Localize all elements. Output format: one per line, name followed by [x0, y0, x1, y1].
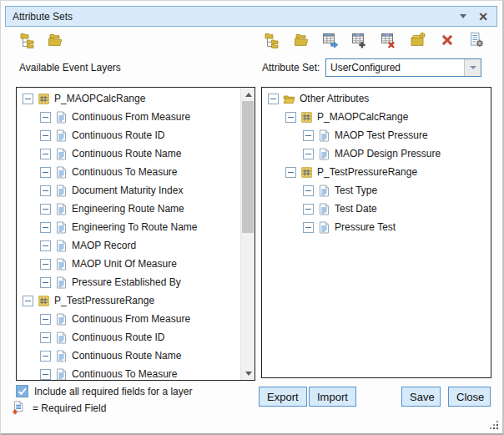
tree-item-label: Test Type — [335, 185, 377, 196]
collapse-toggle[interactable] — [285, 112, 296, 123]
save-button[interactable]: Save — [401, 387, 441, 407]
chevron-down-icon[interactable] — [460, 14, 466, 18]
collapse-toggle[interactable] — [40, 240, 51, 251]
table-add-icon[interactable] — [351, 32, 368, 48]
event-layer-icon — [300, 165, 313, 180]
scroll-up-icon[interactable] — [241, 88, 255, 101]
import-button[interactable]: Import — [309, 387, 356, 407]
collapse-toggle[interactable] — [40, 314, 51, 325]
collapse-toggle[interactable] — [40, 259, 51, 270]
tree-item[interactable]: Engineering To Route Name — [17, 218, 240, 236]
window-title: Attribute Sets — [6, 11, 460, 23]
field-icon — [55, 184, 68, 198]
tree-item[interactable]: Continuous Route Name — [17, 346, 240, 365]
scroll-down-icon[interactable] — [241, 367, 255, 380]
tree-item[interactable]: Continuous From Measure — [17, 108, 240, 126]
scrollbar-thumb[interactable] — [242, 101, 254, 233]
tree-item[interactable]: MAOP Test Pressure — [262, 126, 491, 144]
attribute-set-dropdown[interactable]: UserConfigured — [325, 58, 481, 77]
tree-item[interactable]: Pressure Established By — [17, 273, 240, 291]
attribute-set-value: UserConfigured — [326, 59, 464, 76]
collapse-toggle[interactable] — [268, 94, 279, 104]
field-icon — [55, 202, 68, 216]
tree-item[interactable]: P_MAOPCalcRange — [17, 89, 240, 108]
new-folder-icon[interactable] — [410, 32, 426, 48]
export-button[interactable]: Export — [259, 387, 307, 407]
close-icon[interactable]: ✕ — [478, 11, 488, 23]
collapse-toggle[interactable] — [40, 351, 51, 362]
collapse-toggle[interactable] — [23, 296, 33, 306]
include-required-fields-checkbox[interactable]: Include all required fields for a layer — [16, 385, 192, 397]
collapse-toggle[interactable] — [303, 130, 314, 141]
title-bar: Attribute Sets ✕ — [5, 6, 497, 27]
tree-item[interactable]: Other Attributes — [262, 89, 491, 108]
folder-tree-icon[interactable] — [19, 32, 36, 48]
collapse-toggle[interactable] — [40, 277, 51, 288]
tree-item-label: Other Attributes — [300, 93, 369, 104]
tree-item-label: Document Maturity Index — [72, 185, 183, 196]
tree-item-label: Continuous Route Name — [72, 148, 181, 159]
tree-item[interactable]: Test Type — [262, 181, 491, 200]
tree-item[interactable]: P_MAOPCalcRange — [262, 108, 491, 126]
collapse-toggle[interactable] — [303, 149, 314, 159]
tree-item[interactable]: MAOP Record — [17, 236, 240, 255]
tree-item-label: Continuous Route Name — [72, 350, 181, 362]
collapse-toggle[interactable] — [40, 112, 51, 123]
tree-item[interactable]: MAOP Unit Of Measure — [17, 255, 240, 273]
tree-item-label: MAOP Test Pressure — [335, 129, 428, 141]
resize-grip[interactable] — [490, 421, 500, 431]
checkbox-check-icon[interactable] — [16, 385, 28, 397]
folder-tree-icon[interactable] — [264, 32, 280, 48]
tree-item[interactable]: P_TestPressureRange — [17, 291, 240, 310]
field-icon — [55, 276, 68, 290]
field-icon — [55, 147, 68, 161]
tree-item[interactable]: Continuous Route ID — [17, 126, 240, 144]
field-icon — [55, 165, 68, 180]
tree-item[interactable]: MAOP Design Pressure — [262, 144, 491, 163]
dropdown-arrow-icon[interactable] — [464, 59, 481, 76]
collapse-toggle[interactable] — [40, 149, 51, 159]
tree-item[interactable]: Continuous Route Name — [17, 144, 240, 163]
collapse-toggle[interactable] — [40, 222, 51, 233]
collapse-toggle[interactable] — [23, 94, 33, 104]
collapse-toggle[interactable] — [40, 332, 51, 343]
collapse-toggle[interactable] — [285, 167, 296, 178]
include-required-fields-label: Include all required fields for a layer — [34, 386, 192, 397]
tree-item[interactable]: Continuous From Measure — [17, 310, 240, 328]
collapse-toggle[interactable] — [40, 130, 51, 141]
report-settings-icon[interactable] — [468, 32, 485, 48]
tree-item[interactable]: Pressure Test — [262, 218, 491, 236]
collapse-toggle[interactable] — [303, 222, 314, 233]
field-icon — [55, 220, 68, 235]
tree-item[interactable]: Document Maturity Index — [17, 181, 240, 200]
tree-item-label: MAOP Unit Of Measure — [72, 258, 177, 270]
field-icon — [318, 220, 330, 235]
collapse-toggle[interactable] — [303, 185, 314, 196]
tree-item[interactable]: Test Date — [262, 200, 491, 218]
collapse-toggle[interactable] — [40, 204, 51, 215]
scrollbar[interactable] — [240, 88, 255, 380]
tree-item[interactable]: Continuous Route ID — [17, 328, 240, 346]
collapse-toggle[interactable] — [40, 167, 51, 178]
field-icon — [55, 110, 68, 124]
table-delete-icon[interactable] — [381, 32, 397, 48]
collapse-toggle[interactable] — [40, 185, 51, 196]
tree-item-label: Continuous Route ID — [72, 129, 164, 141]
tree-item[interactable]: Continuous To Measure — [17, 163, 240, 181]
tree-item[interactable]: Engineering Route Name — [17, 200, 240, 218]
field-icon — [318, 129, 330, 143]
open-folders-icon[interactable] — [293, 32, 310, 48]
tree-item-label: P_TestPressureRange — [54, 295, 154, 306]
field-icon — [318, 147, 330, 161]
collapse-toggle[interactable] — [303, 204, 314, 215]
table-export-icon[interactable] — [322, 32, 339, 48]
collapse-toggle[interactable] — [40, 369, 51, 380]
tree-item[interactable]: Continuous To Measure — [17, 365, 240, 381]
tree-item[interactable]: P_TestPressureRange — [262, 163, 491, 181]
available-layers-tree-panel: P_MAOPCalcRangeContinuous From MeasureCo… — [16, 87, 255, 381]
tree-item-label: Continuous To Measure — [72, 368, 178, 380]
field-icon — [55, 129, 68, 143]
open-folders-icon[interactable] — [47, 32, 63, 48]
close-button[interactable]: Close — [448, 387, 491, 407]
delete-x-icon[interactable] — [439, 32, 456, 48]
